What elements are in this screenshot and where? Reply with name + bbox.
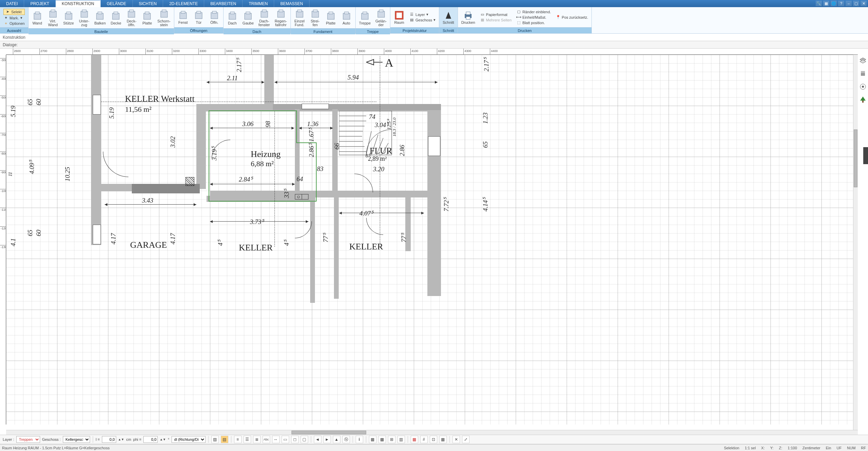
tool-btn-1[interactable]: ▨: [211, 436, 219, 443]
tool-hash2[interactable]: ⊡: [430, 436, 437, 443]
schnitt-button[interactable]: Schnitt: [441, 9, 456, 25]
drawing-viewport[interactable]: A KELLER Werkstatt 11,56 m² Heizung 6,88…: [6, 55, 858, 424]
box-icon[interactable]: ▦: [823, 1, 829, 6]
tool-expand[interactable]: ⤢: [462, 436, 470, 443]
wand-button[interactable]: Wand: [30, 10, 45, 26]
tool-grid3[interactable]: ⊞: [388, 436, 395, 443]
tab-konstruktion[interactable]: KONSTRUKTION: [56, 0, 101, 7]
ruler-vertical[interactable]: -300-400-500-600-700-800-900-1000-1100-1…: [0, 55, 6, 424]
tool-ruler[interactable]: ↔: [272, 436, 280, 443]
tab-bemassen[interactable]: BEMASSEN: [274, 0, 309, 7]
platte2-button[interactable]: Platte: [323, 10, 338, 26]
geschoss-dropdown[interactable]: ▤Geschoss ▾: [409, 18, 436, 22]
gelaender-button[interactable]: Gelän- der: [373, 8, 389, 28]
tool-rect3[interactable]: ▢: [301, 436, 308, 443]
tool-circle-n[interactable]: Ⓝ: [342, 436, 350, 443]
tab-bearbeiten[interactable]: BEARBEITEN: [204, 0, 243, 7]
blatt-button[interactable]: ⬚Blatt position.: [516, 20, 551, 25]
virt-wand-button[interactable]: Virt. Wand: [46, 8, 60, 28]
layers-3d-icon[interactable]: [859, 57, 867, 65]
side-panel-handle[interactable]: [863, 147, 868, 164]
oeffn-button[interactable]: Öffn.: [207, 9, 222, 25]
tool-rect2[interactable]: ◻: [291, 436, 299, 443]
dim-775b: 77⁵: [400, 233, 408, 242]
tool-abc[interactable]: Abc: [263, 436, 270, 443]
auto-button[interactable]: Auto: [339, 10, 354, 26]
pos-reset-button[interactable]: 📍Pos zurücksetz.: [556, 15, 588, 20]
align-center[interactable]: ☰: [244, 436, 251, 443]
tool-hash3[interactable]: ▦: [439, 436, 447, 443]
geschoss-select[interactable]: Kellergesch: [63, 436, 90, 443]
help-icon[interactable]: ?: [838, 1, 844, 6]
tool-arrow-r[interactable]: ►: [323, 436, 331, 443]
tool-grid2[interactable]: ▩: [378, 436, 386, 443]
ribbon-group-bauteile: WandVirt. WandStützeUnter- zugBalkenDeck…: [29, 7, 174, 33]
tool-hash1[interactable]: #: [420, 436, 428, 443]
horizontal-scrollbar[interactable]: [6, 430, 858, 435]
balken-button[interactable]: Balken: [92, 10, 108, 26]
vertical-scrollbar[interactable]: [853, 55, 858, 430]
streifen-button[interactable]: Strei- fen: [308, 8, 323, 28]
tuer-button[interactable]: Tür: [191, 9, 206, 25]
unterzug-button[interactable]: Unter- zug: [77, 8, 92, 28]
gaube-button[interactable]: Gaube: [241, 10, 256, 26]
target-icon[interactable]: [859, 83, 867, 91]
mehrere-seiten-button[interactable]: ▦Mehrere Seiten: [480, 18, 512, 22]
tool-grid4[interactable]: ▥: [397, 436, 405, 443]
dachfenster-button[interactable]: Dach- fenster: [256, 8, 272, 28]
maximize-icon[interactable]: ▢: [853, 1, 859, 6]
dim-line: [339, 213, 424, 213]
regenfallrohr-button[interactable]: Regen- fallrohr: [273, 8, 289, 28]
raender-button[interactable]: ▢Ränder einblend.: [516, 10, 551, 14]
selekt-button[interactable]: ➤Selekt: [3, 9, 25, 15]
treppe-button[interactable]: Treppe: [357, 10, 373, 26]
tab-gelaende[interactable]: GELÄNDE: [101, 0, 132, 7]
l-input[interactable]: [102, 436, 116, 443]
tool-i[interactable]: i: [356, 436, 363, 443]
dach-button[interactable]: Dach: [225, 10, 240, 26]
tool-red[interactable]: ▦: [411, 436, 418, 443]
deckoeffn-button[interactable]: Deck- öffn.: [124, 8, 139, 28]
hscroll-thumb[interactable]: [291, 431, 366, 434]
tool-arrow-l[interactable]: ◄: [314, 436, 321, 443]
schornstein-button[interactable]: Schorn- stein: [155, 8, 173, 28]
tool-grid1[interactable]: ▦: [369, 436, 376, 443]
ruler-horizontal[interactable]: 2600270028002900300031003200330034003500…: [6, 49, 858, 55]
vscroll-thumb[interactable]: [854, 129, 857, 187]
wand-icon: [32, 11, 43, 21]
minimize-icon[interactable]: –: [846, 1, 852, 6]
tab-projekt[interactable]: PROJEKT: [24, 0, 55, 7]
tab-datei[interactable]: DATEI: [0, 0, 24, 7]
fenst-button[interactable]: Fenst: [176, 9, 191, 25]
l-label: l =: [96, 437, 100, 441]
align-right[interactable]: ≣: [253, 436, 261, 443]
close-icon[interactable]: ✕: [861, 1, 867, 6]
layer-select[interactable]: Treppen: [16, 436, 40, 443]
decke-button[interactable]: Decke: [108, 10, 123, 26]
dl-select[interactable]: dl (Richtung/Di: [172, 436, 206, 443]
layer-dropdown[interactable]: ☰Layer ▾: [409, 12, 436, 17]
mark-button[interactable]: ✦Mark. ▾: [3, 16, 25, 20]
tool-x[interactable]: ✕: [453, 436, 460, 443]
raum-button[interactable]: Raum: [392, 9, 407, 25]
einheit-button[interactable]: ⟷Einheit/Maßst.: [516, 15, 551, 20]
tool-btn-2[interactable]: ▤: [221, 436, 228, 443]
chair-icon[interactable]: [859, 70, 867, 78]
tab-trimmen[interactable]: TRIMMEN: [243, 0, 274, 7]
optionen-button[interactable]: ＋Optionen: [3, 21, 25, 26]
tool-arrow-u[interactable]: ▲: [333, 436, 340, 443]
einzelfund-button[interactable]: Einzel Fund.: [292, 8, 307, 28]
phi-input[interactable]: [143, 436, 158, 443]
tool-rect[interactable]: ▭: [282, 436, 289, 443]
stuetze-button[interactable]: Stütze: [61, 10, 76, 26]
platte-button[interactable]: Platte: [140, 10, 155, 26]
papierformat-button[interactable]: ▭Papierformat: [480, 12, 512, 17]
subbar-dialoge: Dialoge:: [0, 41, 868, 49]
tab-sichten[interactable]: SICHTEN: [133, 0, 163, 7]
tree-icon[interactable]: [859, 96, 867, 104]
globe-icon[interactable]: 🌐: [831, 1, 837, 6]
wrench-icon[interactable]: 🔧: [816, 1, 822, 6]
tab-2d-elemente[interactable]: 2D-ELEMENTE: [163, 0, 204, 7]
align-left[interactable]: ≡: [234, 436, 242, 443]
drucken-button[interactable]: Drucken: [459, 9, 477, 25]
